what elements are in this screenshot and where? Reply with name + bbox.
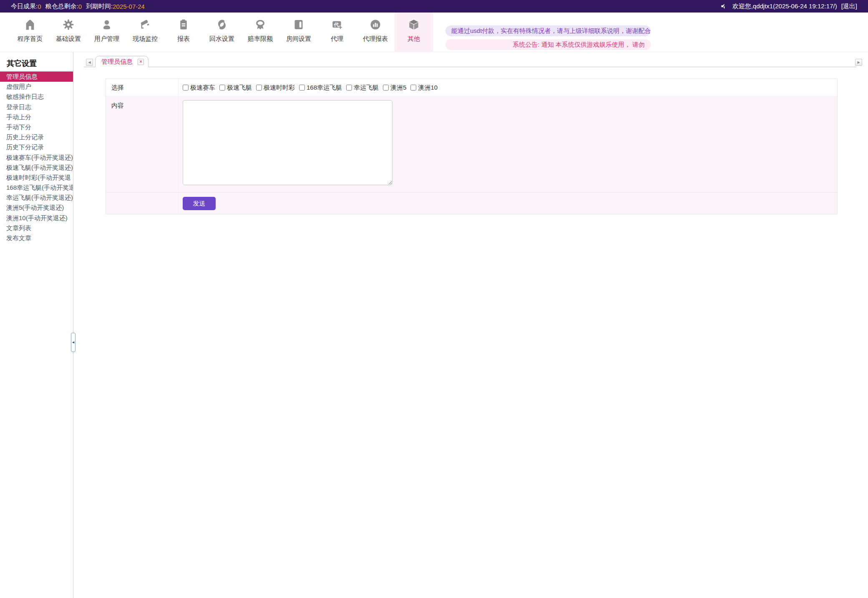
medal-icon: [254, 18, 267, 31]
door-icon: [292, 18, 305, 31]
nav-item-room-settings[interactable]: 房间设置: [279, 13, 318, 52]
checkbox-australia5[interactable]: 澳洲5: [383, 84, 406, 92]
actions-row: 发送: [106, 193, 837, 214]
chart-circle-icon: [369, 18, 382, 31]
send-button[interactable]: 发送: [183, 197, 216, 210]
sidebar: 其它设置 管理员信息 虚假用户 敏感操作日志 登录日志 手动上分 手动下分 历史…: [0, 52, 73, 598]
sidebar-item-manual-debit[interactable]: 手动下分: [0, 122, 73, 132]
sidebar-item-australia5[interactable]: 澳洲5(手动开奖退还): [0, 203, 73, 213]
report-icon: [177, 18, 190, 31]
nav-label: 回水设置: [209, 35, 234, 43]
sidebar-item-login-logs[interactable]: 登录日志: [0, 102, 73, 112]
admin-message-form: 选择 极速赛车 极速飞艇 极速时时彩 168幸运飞艇: [106, 78, 838, 214]
checkbox-168-lucky-boat[interactable]: 168幸运飞艇: [299, 84, 342, 92]
sidebar-item-article-list[interactable]: 文章列表: [0, 223, 73, 233]
sidebar-collapse-handle[interactable]: ◀: [71, 333, 75, 352]
content-row: 内容: [106, 97, 837, 193]
nav-item-basic-settings[interactable]: 基础设置: [49, 13, 88, 52]
nav-item-live-monitor[interactable]: 现场监控: [126, 13, 164, 52]
stat-value: 0: [38, 3, 41, 10]
stat-label: 到期时间:: [86, 3, 113, 10]
nav-label: 基础设置: [56, 35, 81, 43]
close-icon[interactable]: ×: [138, 59, 144, 65]
sidebar-item-lucky-boat[interactable]: 幸运飞艇(手动开奖退还): [0, 193, 73, 203]
nav-label: 赔率限额: [248, 35, 273, 43]
content-label: 内容: [106, 97, 179, 192]
checkbox-input[interactable]: [410, 85, 416, 90]
checkbox-label: 极速赛车: [190, 84, 215, 92]
stat-expiry-date: 到期时间: 2025-07-24: [86, 3, 145, 10]
sidebar-item-debit-history[interactable]: 历史下分记录: [0, 142, 73, 152]
stat-label: 粮仓总剩余:: [45, 3, 78, 10]
nav-item-other[interactable]: 其他: [395, 13, 433, 52]
checkbox-label: 幸运飞艇: [354, 84, 379, 92]
checkbox-input[interactable]: [256, 85, 262, 90]
nav-bar: 程序首页 基础设置 用户管理: [0, 13, 868, 52]
sidebar-item-speed-ssc[interactable]: 极速时时彩(手动开奖退: [0, 173, 73, 183]
sidebar-item-australia10[interactable]: 澳洲10(手动开奖退还): [0, 213, 73, 223]
chevron-left-icon: ◀: [72, 341, 74, 344]
tab-scroll-left-button[interactable]: ◀: [86, 59, 93, 66]
checkbox-input[interactable]: [219, 85, 225, 90]
nav-item-reports[interactable]: 报表: [164, 13, 203, 52]
cube-icon: [408, 18, 420, 31]
checkbox-label: 168幸运飞艇: [307, 84, 342, 92]
checkbox-input[interactable]: [383, 85, 389, 90]
sidebar-item-sensitive-logs[interactable]: 敏感操作日志: [0, 92, 73, 102]
checkbox-input[interactable]: [346, 85, 352, 90]
checkbox-speed-boat[interactable]: 极速飞艇: [219, 84, 252, 92]
topbar: 今日成果: 0 粮仓总剩余: 0 到期时间: 2025-07-24 欢迎您,qd…: [0, 0, 868, 13]
nav-label: 用户管理: [94, 35, 119, 43]
nav-item-home[interactable]: 程序首页: [11, 13, 49, 52]
chevron-right-icon: ▶: [857, 60, 860, 64]
sidebar-item-speed-racing[interactable]: 极速赛车(手动开奖退还): [0, 153, 73, 163]
sidebar-item-speed-boat[interactable]: 极速飞艇(手动开奖退还): [0, 163, 73, 173]
tab-admin-info[interactable]: 管理员信息 ×: [95, 56, 148, 67]
checkbox-input[interactable]: [183, 85, 189, 90]
nav-item-rebate-settings[interactable]: 回水设置: [203, 13, 241, 52]
content-field: [179, 97, 837, 192]
sidebar-item-publish-article[interactable]: 发布文章: [0, 233, 73, 243]
gear-icon: [62, 18, 75, 31]
checkbox-speed-racing[interactable]: 极速赛车: [183, 84, 215, 92]
nav-label: 代理报表: [363, 35, 388, 43]
sidebar-item-fake-users[interactable]: 虚假用户: [0, 82, 73, 92]
sidebar-item-168-lucky-boat[interactable]: 168幸运飞艇(手动开奖退: [0, 183, 73, 193]
sidebar-title: 其它设置: [0, 52, 73, 71]
topbar-stats: 今日成果: 0 粮仓总剩余: 0 到期时间: 2025-07-24: [11, 3, 145, 10]
sidebar-item-credit-history[interactable]: 历史上分记录: [0, 132, 73, 142]
sidebar-item-manual-credit[interactable]: 手动上分: [0, 112, 73, 122]
speaker-muted-icon[interactable]: [720, 2, 728, 10]
tab-scroll-right-button[interactable]: ▶: [855, 59, 862, 66]
content-textarea[interactable]: [183, 100, 392, 185]
nav-label: 程序首页: [18, 35, 43, 43]
notice-usdt: 能通过usdt付款，实在有特殊情况者，请与上级详细联系说明，谢谢配合！: [445, 25, 651, 36]
agent-card-icon: 代: [331, 18, 343, 31]
logout-link[interactable]: [退出]: [841, 3, 857, 10]
stat-value: 2025-07-24: [113, 3, 145, 10]
water-icon: [216, 18, 228, 31]
checkbox-input[interactable]: [299, 85, 305, 90]
actions-label-spacer: [106, 193, 179, 214]
stat-value: 0: [78, 3, 82, 10]
cctv-icon: [139, 18, 151, 31]
nav-item-odds-limits[interactable]: 赔率限额: [241, 13, 279, 52]
nav-label: 其他: [408, 35, 420, 43]
nav-item-agent-reports[interactable]: 代理报表: [356, 13, 395, 52]
nav-label: 报表: [177, 35, 190, 43]
checkbox-label: 澳洲5: [390, 84, 406, 92]
nav-item-user-management[interactable]: 用户管理: [88, 13, 126, 52]
stat-today-result: 今日成果: 0: [11, 3, 41, 10]
tabbar-underline: [84, 67, 856, 67]
nav-item-agent[interactable]: 代 代理: [318, 13, 356, 52]
checkbox-lucky-boat[interactable]: 幸运飞艇: [346, 84, 379, 92]
game-checkbox-group: 极速赛车 极速飞艇 极速时时彩 168幸运飞艇 幸运飞艇: [179, 79, 837, 96]
checkbox-australia10[interactable]: 澳洲10: [410, 84, 438, 92]
checkbox-label: 极速飞艇: [227, 84, 252, 92]
sidebar-item-admin-info[interactable]: 管理员信息: [0, 72, 73, 82]
stat-label: 今日成果:: [11, 3, 38, 10]
checkbox-speed-ssc[interactable]: 极速时时彩: [256, 84, 295, 92]
actions-field: 发送: [179, 193, 837, 214]
notice-system-announcement: 系统公告: 通知 本系统仅供游戏娱乐使用， 请勿: [445, 39, 651, 50]
select-row: 选择 极速赛车 极速飞艇 极速时时彩 168幸运飞艇: [106, 79, 837, 97]
